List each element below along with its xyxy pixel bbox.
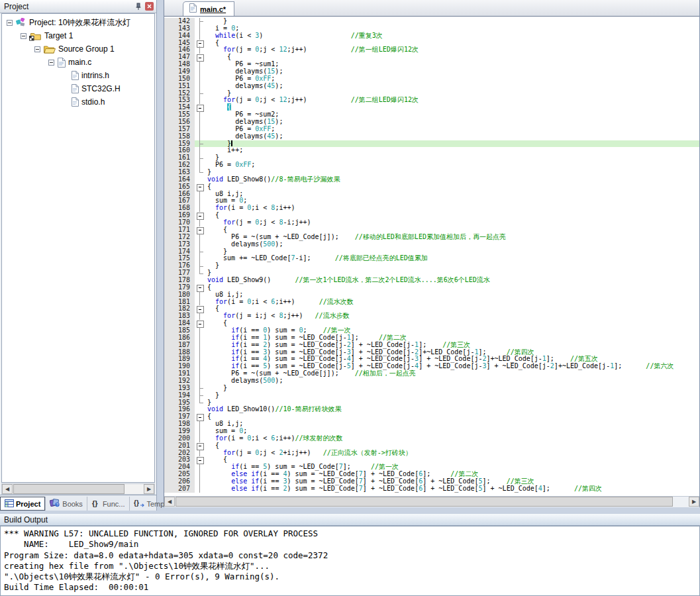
- code-line[interactable]: 162 P6 = 0xFF;: [164, 162, 699, 169]
- code-line[interactable]: 160 i++;: [164, 147, 699, 154]
- code-line[interactable]: 175 sum += ~LED_Code[7-i]; //将底部已经点亮的LED…: [164, 255, 699, 262]
- code-text[interactable]: {: [205, 183, 699, 191]
- code-line[interactable]: 179{: [164, 284, 699, 291]
- expander-icon[interactable]: [34, 46, 43, 52]
- code-line[interactable]: 180 u8 i,j;: [164, 291, 699, 299]
- code-text[interactable]: delayms(500);: [205, 241, 699, 248]
- scroll-left-arrow-icon[interactable]: ◀: [2, 484, 13, 494]
- code-text[interactable]: for(i = 0;i < 6;i++)//球发射的次数: [205, 435, 699, 442]
- tree-item-main-c[interactable]: main.c: [2, 56, 154, 69]
- tree-item-project-10[interactable]: Project: 10钟效果花样流水灯: [2, 16, 154, 29]
- fold-marker[interactable]: [195, 104, 205, 111]
- code-line[interactable]: 194 }: [164, 392, 699, 399]
- tree-item-stdio-h[interactable]: stdio.h: [2, 95, 154, 109]
- code-line[interactable]: 142 }: [164, 18, 699, 25]
- code-text[interactable]: {: [205, 284, 699, 291]
- code-text[interactable]: for(j = 0;j < 8-i;j++): [205, 219, 699, 226]
- code-line[interactable]: 201 {: [164, 442, 699, 450]
- code-line[interactable]: 183 for(j = i;j < 8;j++) //流水步数: [164, 313, 699, 320]
- code-text[interactable]: {: [205, 104, 699, 111]
- code-line[interactable]: 187 if(i == 2) sum = ~LED_Code[j-2] + ~L…: [164, 342, 699, 349]
- code-text[interactable]: P6 = ~(sum + ~LED_Code[j]); //移动的LED和底部L…: [205, 234, 699, 241]
- code-text[interactable]: delayms(45);: [205, 83, 699, 90]
- code-area[interactable]: 142 }143 i = 0;144 while(i < 3) //重复3次14…: [164, 17, 699, 496]
- code-text[interactable]: P6 = 0xFF;: [205, 162, 699, 169]
- editor-hscrollbar[interactable]: ◀ ▶: [164, 496, 699, 507]
- expander-icon[interactable]: [48, 60, 57, 66]
- scroll-right-arrow-icon[interactable]: ▶: [689, 497, 699, 507]
- code-line[interactable]: 207 else if(i == 2) sum = ~LED_Code[7] +…: [164, 485, 699, 493]
- code-line[interactable]: 153 for(j = 0;j < 12;j++) //第二组LED爆闪12次: [164, 97, 699, 104]
- code-text[interactable]: for(j = 0;j < 2+i;j++) //正向流水（发射->打砖块）: [205, 450, 699, 457]
- code-line[interactable]: 164void LED_Show8()//8-简易电子沙漏效果: [164, 176, 699, 183]
- code-text[interactable]: if(i == 2) sum = ~LED_Code[j-2] + ~LED_C…: [205, 342, 699, 349]
- fold-marker[interactable]: [195, 442, 205, 450]
- close-icon[interactable]: [144, 1, 154, 11]
- code-text[interactable]: delayms(500);: [205, 377, 699, 385]
- tree-item-intrins-h[interactable]: intrins.h: [2, 69, 154, 82]
- panel-tab-books[interactable]: ?Books: [45, 497, 87, 511]
- code-line[interactable]: 202 for(j = 0;j < 2+i;j++) //正向流水（发射->打砖…: [164, 450, 699, 457]
- code-line[interactable]: 158 delayms(45);: [164, 133, 699, 140]
- build-output-content[interactable]: *** WARNING L57: UNCALLED FUNCTION, IGNO…: [0, 526, 700, 596]
- code-line[interactable]: 173 delayms(500);: [164, 241, 699, 248]
- pin-icon[interactable]: [133, 1, 143, 11]
- code-text[interactable]: }: [205, 385, 699, 392]
- tree-item-source-group-1[interactable]: Source Group 1: [2, 42, 154, 56]
- tree-item-stc32g-h[interactable]: STC32G.H: [2, 82, 154, 95]
- code-text[interactable]: delayms(15);: [205, 119, 699, 126]
- code-line[interactable]: 146 for(j = 0;j < 12;j++) //第一组LED爆闪12次: [164, 46, 699, 54]
- code-line[interactable]: 196void LED_Show10()//10-简易打砖块效果: [164, 406, 699, 413]
- expander-icon[interactable]: [7, 20, 15, 26]
- code-text[interactable]: u8 i,j;: [205, 291, 699, 299]
- code-text[interactable]: for(i = 0;i < 8;i++): [205, 205, 699, 212]
- code-line[interactable]: 144 while(i < 3) //重复3次: [164, 32, 699, 40]
- code-text[interactable]: for(j = i;j < 8;j++) //流水步数: [205, 313, 699, 320]
- code-text[interactable]: delayms(15);: [205, 68, 699, 75]
- code-text[interactable]: void LED_Show9() //第一次1个LED流水，第二次2个LED流水…: [205, 277, 699, 284]
- code-line[interactable]: 193 }: [164, 385, 699, 392]
- code-text[interactable]: }: [205, 18, 699, 25]
- code-line[interactable]: 178void LED_Show9() //第一次1个LED流水，第二次2个LE…: [164, 277, 699, 284]
- code-text[interactable]: u8 i,j;: [205, 191, 699, 198]
- scroll-left-arrow-icon[interactable]: ◀: [164, 497, 175, 507]
- project-hscrollbar[interactable]: ◀ ▶: [1, 483, 155, 495]
- code-line[interactable]: 168 for(i = 0;i < 8;i++): [164, 205, 699, 212]
- code-text[interactable]: {: [205, 54, 699, 61]
- code-text[interactable]: }: [205, 154, 699, 162]
- code-text[interactable]: for(j = 0;j < 12;j++) //第一组LED爆闪12次: [205, 46, 699, 54]
- fold-marker[interactable]: [195, 226, 205, 234]
- code-text[interactable]: for(i = 0;i < 6;i++) //流水次数: [205, 299, 699, 306]
- code-line[interactable]: 165{: [164, 183, 699, 191]
- fold-marker[interactable]: [195, 320, 205, 327]
- fold-marker[interactable]: [195, 305, 205, 313]
- expander-icon[interactable]: [21, 33, 29, 39]
- scroll-thumb[interactable]: [13, 484, 125, 494]
- fold-marker[interactable]: [195, 413, 205, 421]
- code-line[interactable]: 176 }: [164, 262, 699, 270]
- code-line[interactable]: 181 for(i = 0;i < 6;i++) //流水次数: [164, 299, 699, 306]
- code-text[interactable]: }: [205, 262, 699, 270]
- code-text[interactable]: else if(i == 2) sum = ~LED_Code[7] + ~LE…: [205, 485, 699, 493]
- code-text[interactable]: for(j = 0;j < 12;j++) //第二组LED爆闪12次: [205, 97, 699, 104]
- code-line[interactable]: 197{: [164, 413, 699, 421]
- code-line[interactable]: 170 for(j = 0;j < 8-i;j++): [164, 219, 699, 226]
- code-line[interactable]: 151 delayms(45);: [164, 83, 699, 90]
- code-text[interactable]: void LED_Show8()//8-简易电子沙漏效果: [205, 176, 699, 183]
- code-text[interactable]: void LED_Show10()//10-简易打砖块效果: [205, 406, 699, 413]
- code-line[interactable]: 159 }: [164, 140, 699, 148]
- panel-tab-func[interactable]: {}Func...: [87, 497, 129, 511]
- code-text[interactable]: sum += ~LED_Code[7-i]; //将底部已经点亮的LED值累加: [205, 255, 699, 262]
- code-text[interactable]: delayms(45);: [205, 133, 699, 140]
- scroll-thumb[interactable]: [175, 497, 673, 507]
- fold-marker[interactable]: [195, 183, 205, 191]
- code-text[interactable]: while(i < 3) //重复3次: [205, 32, 699, 40]
- code-line[interactable]: 200 for(i = 0;i < 6;i++)//球发射的次数: [164, 435, 699, 442]
- fold-marker[interactable]: [195, 40, 205, 47]
- fold-marker[interactable]: [195, 54, 205, 61]
- code-text[interactable]: }: [205, 392, 699, 399]
- fold-marker[interactable]: [195, 212, 205, 219]
- fold-marker[interactable]: [195, 456, 205, 464]
- tree-item-target-1[interactable]: Target 1: [2, 29, 154, 42]
- panel-tab-project[interactable]: Project: [0, 497, 45, 511]
